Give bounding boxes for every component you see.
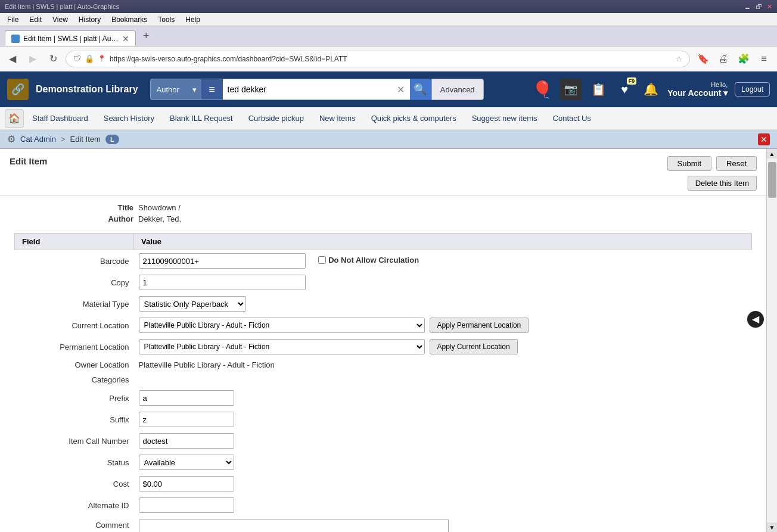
- nav-new-items[interactable]: New items: [312, 110, 363, 126]
- search-go-btn[interactable]: 🔍: [410, 79, 431, 100]
- restore-btn[interactable]: 🗗: [756, 3, 762, 11]
- search-stack-icon: ≡: [209, 83, 215, 96]
- prefix-input[interactable]: [139, 390, 234, 406]
- permanent-location-row: Permanent Location Platteville Public Li…: [15, 336, 752, 357]
- comment-textarea[interactable]: [139, 519, 449, 532]
- apply-current-btn[interactable]: Apply Current Location: [430, 339, 518, 354]
- categories-value-cell: [134, 372, 752, 387]
- heart-icon-btn[interactable]: ♥ F9: [615, 80, 634, 99]
- browser-tab[interactable]: Edit Item | SWLS | platt | Auto-G ✕: [5, 30, 136, 46]
- minimize-btn[interactable]: 🗕: [744, 3, 751, 11]
- close-btn[interactable]: ✕: [767, 3, 772, 11]
- print-btn[interactable]: 🖨: [715, 51, 732, 67]
- bell-icon: 🔔: [644, 82, 658, 97]
- owner-location-row: Owner Location Platteville Public Librar…: [15, 357, 752, 372]
- menu-file[interactable]: File: [2, 14, 23, 25]
- value-col-header: Value: [134, 234, 752, 250]
- header-right: 🎈 📷 📋 ♥ F9 🔔 Hello, Your Account ▾ Logou…: [532, 79, 770, 100]
- search-icon-divider: ≡: [201, 79, 223, 100]
- nav-search-history[interactable]: Search History: [97, 110, 161, 126]
- copy-input[interactable]: [139, 275, 306, 290]
- nav-curbside[interactable]: Curbside pickup: [241, 110, 311, 126]
- extension-btn[interactable]: 🧩: [735, 51, 752, 67]
- barcode-input[interactable]: [139, 253, 306, 269]
- scroll-down-btn[interactable]: ▼: [767, 522, 777, 532]
- breadcrumb-badge: L: [105, 135, 119, 144]
- cost-value-cell: [134, 473, 752, 494]
- copy-row: Copy: [15, 272, 752, 293]
- scroll-up-btn[interactable]: ▲: [767, 149, 777, 158]
- permanent-location-value-cell: Platteville Public Library - Adult - Fic…: [134, 336, 752, 357]
- material-type-select[interactable]: Statistic Only Paperback Book DVD: [139, 296, 246, 312]
- new-tab-btn[interactable]: +: [141, 30, 152, 42]
- menu-btn[interactable]: ≡: [756, 51, 772, 67]
- account-name: Your Account ▾: [667, 88, 728, 98]
- forward-button[interactable]: ▶: [25, 51, 41, 67]
- url-bar[interactable]: 🛡 🔒 📍 https://qa-swls-verso.auto-graphic…: [66, 51, 690, 67]
- search-type-select[interactable]: Author Title Subject Keyword: [150, 79, 201, 100]
- home-btn[interactable]: 🏠: [5, 109, 24, 128]
- bell-icon-btn[interactable]: 🔔: [641, 80, 660, 99]
- search-input[interactable]: [223, 79, 392, 100]
- app-header: 🔗 Demonstration Library Author Title Sub…: [0, 71, 777, 107]
- location-icon: 📍: [98, 55, 106, 63]
- cost-label: Cost: [15, 473, 134, 494]
- item-call-number-label: Item Call Number: [15, 430, 134, 452]
- breadcrumb-bar: ⚙ Cat Admin > Edit Item L ✕: [0, 130, 777, 149]
- form-section: Title Showdown / Author Dekker, Ted, Fie…: [0, 196, 766, 532]
- bookmark-star[interactable]: ☆: [676, 55, 682, 63]
- logout-btn[interactable]: Logout: [735, 82, 770, 97]
- cost-row: Cost: [15, 473, 752, 494]
- search-clear-btn[interactable]: ✕: [392, 79, 410, 100]
- pocket-btn[interactable]: 🔖: [695, 51, 711, 67]
- nav-blank-ill[interactable]: Blank ILL Request: [163, 110, 240, 126]
- current-location-row: Current Location Platteville Public Libr…: [15, 315, 752, 336]
- menu-view[interactable]: View: [48, 14, 73, 25]
- permanent-location-label: Permanent Location: [15, 336, 134, 357]
- current-location-value-cell: Platteville Public Library - Adult - Fic…: [134, 315, 752, 336]
- alternate-id-input[interactable]: [139, 497, 234, 513]
- f9-badge: F9: [627, 77, 637, 85]
- menu-history[interactable]: History: [74, 14, 105, 25]
- status-select[interactable]: Available Checked Out On Hold Missing: [139, 455, 234, 470]
- list-icon-btn[interactable]: 📋: [589, 80, 608, 99]
- breadcrumb-close-btn[interactable]: ✕: [758, 133, 770, 145]
- current-location-select[interactable]: Platteville Public Library - Adult - Fic…: [139, 318, 425, 333]
- nav-suggest-new[interactable]: Suggest new items: [465, 110, 545, 126]
- account-area[interactable]: Hello, Your Account ▾: [667, 81, 728, 98]
- reload-button[interactable]: ↻: [45, 51, 61, 67]
- edit-item-crumb: Edit Item: [70, 135, 101, 144]
- suffix-value-cell: [134, 409, 752, 430]
- apply-permanent-btn[interactable]: Apply Permanent Location: [430, 318, 529, 333]
- nav-quick-picks[interactable]: Quick picks & computers: [364, 110, 464, 126]
- delete-btn[interactable]: Delete this Item: [688, 176, 757, 191]
- list-icon: 📋: [591, 82, 606, 97]
- library-avatar: 🔗: [7, 79, 29, 100]
- reset-btn[interactable]: Reset: [716, 156, 757, 171]
- back-button[interactable]: ◀: [5, 51, 20, 67]
- menu-bookmarks[interactable]: Bookmarks: [107, 14, 152, 25]
- side-chevron-btn[interactable]: ◀: [747, 311, 764, 328]
- suffix-input[interactable]: [139, 412, 234, 427]
- material-type-label: Material Type: [15, 293, 134, 315]
- main-content: Edit Item Submit Reset Delete this Item …: [0, 149, 777, 532]
- do-not-circulate-checkbox[interactable]: [318, 256, 326, 264]
- submit-btn[interactable]: Submit: [667, 156, 711, 171]
- toolbar-icons: 🔖 🖨 🧩 ≡: [695, 51, 772, 67]
- heart-icon: ♥: [621, 83, 628, 97]
- menu-edit[interactable]: Edit: [24, 14, 46, 25]
- advanced-btn[interactable]: Advanced: [431, 79, 484, 100]
- cat-admin-link[interactable]: Cat Admin: [20, 135, 56, 144]
- menu-help[interactable]: Help: [181, 14, 205, 25]
- field-col-header: Field: [15, 234, 134, 250]
- cost-input[interactable]: [139, 476, 234, 491]
- nav-staff-dashboard[interactable]: Staff Dashboard: [25, 110, 95, 126]
- nav-contact-us[interactable]: Contact Us: [546, 110, 598, 126]
- permanent-location-select[interactable]: Platteville Public Library - Adult - Fic…: [139, 339, 425, 354]
- menu-tools[interactable]: Tools: [153, 14, 179, 25]
- scrollbar[interactable]: ▲ ▼: [766, 149, 777, 532]
- page-title: Edit Item: [10, 156, 47, 166]
- tab-close-btn[interactable]: ✕: [122, 34, 129, 43]
- item-call-number-input[interactable]: [139, 433, 234, 449]
- scroll-thumb[interactable]: [768, 162, 776, 198]
